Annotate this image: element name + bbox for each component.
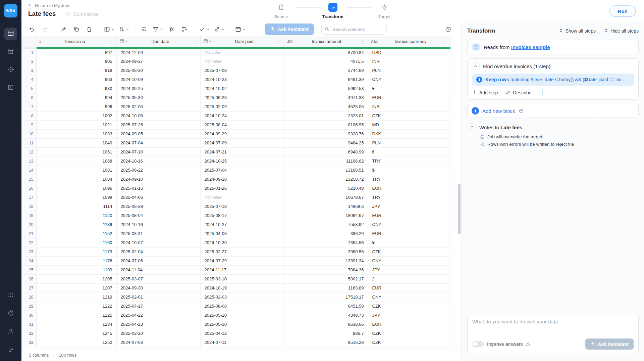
table-cell[interactable]: 1099 [36,193,116,202]
table-cell[interactable]: 2025-07-04 [200,166,284,175]
table-cell[interactable]: 2025-04-08 [200,229,284,238]
table-cell[interactable]: 18094.67 [284,211,368,220]
table-row[interactable]: 810022024-10-052024-10-242323.01CZK [21,111,450,120]
ask-assistant-submit-button[interactable]: Ask Assistant [585,339,634,350]
table-cell[interactable]: ¥ [368,238,450,247]
table-cell[interactable]: $ [368,166,450,175]
table-cell[interactable]: 2025-02-09 [200,102,284,111]
table-cell[interactable]: 2025-05-30 [116,93,200,102]
table-cell[interactable]: 2024-10-24 [200,111,284,120]
table-cell[interactable]: EUR [368,320,450,329]
table-cell[interactable]: 14969.6 [284,202,368,211]
table-cell[interactable]: 2025-07-08 [200,66,284,75]
table-cell[interactable]: 2025-04-22 [116,311,200,320]
add-new-block-button[interactable]: Add new block [467,104,639,118]
table-cell[interactable]: 4071.5 [284,57,368,66]
table-cell[interactable]: 2024-09-29 [200,129,284,138]
edit-button[interactable] [58,24,69,35]
table-row[interactable]: 2511992024-11-042024-11-177084.36JPY [21,265,450,274]
table-cell[interactable]: 1176 [36,256,116,265]
table-cell[interactable]: 2024-10-30 [200,238,284,247]
assistant-prompt-input[interactable] [472,319,634,333]
column-header-invoice-no[interactable]: # Invoice no ⋮ [36,36,116,48]
table-row[interactable]: 49632024-10-092024-10-239461.39CNY [21,75,450,84]
return-to-jobs-link[interactable]: Return to My Jobs [28,3,99,8]
table-cell[interactable]: 2024-07-03 [116,338,200,347]
table-cell[interactable]: MD [368,120,450,129]
table-row[interactable]: 3212452025-03-202025-04-12886.7CZK [21,329,450,338]
vertical-scrollbar[interactable] [458,184,461,234]
table-cell[interactable]: 2024-10-09 [116,75,200,84]
table-cell[interactable]: 1205 [36,274,116,283]
column-header-date-paid[interactable]: Date paid ⋮ [200,36,284,48]
table-cell[interactable]: 2024-10-07 [116,238,200,247]
table-cell[interactable]: 980 [36,84,116,93]
table-row[interactable]: 1110492024-07-042024-07-099484.25PLN [21,138,450,147]
sort-button[interactable] [117,24,131,35]
table-row[interactable]: 3312502024-07-032024-07-118516.28CZK [21,338,450,347]
help-icon[interactable] [519,108,524,114]
table-cell[interactable]: 1120 [36,211,116,220]
step-transform[interactable]: Transform [319,2,346,19]
table-cell[interactable]: 3980.55 [284,247,368,256]
table-cell[interactable]: 2024-07-29 [200,256,284,265]
reshape-button[interactable] [179,24,190,35]
table-cell[interactable]: CZK [368,111,450,120]
column-menu-button[interactable]: ⋮ [361,39,365,44]
table-cell[interactable]: 2024-12-09 [116,48,200,57]
formula-button[interactable]: fx [166,24,177,35]
table-cell[interactable]: 2025-06-29 [116,202,200,211]
table-cell[interactable]: 1002 [36,111,116,120]
table-cell[interactable]: 2025-03-31 [116,229,200,238]
undo-button[interactable] [26,24,38,35]
table-cell[interactable]: 886.7 [284,329,368,338]
table-row[interactable]: 2712072024-09-302024-10-191163.89EUR [21,283,450,292]
table-cell[interactable]: CNY [368,256,450,265]
table-cell[interactable]: 2024-10-02 [200,84,284,93]
table-cell[interactable]: 1081 [36,166,116,175]
table-cell[interactable]: 2323.01 [284,111,368,120]
join-button[interactable] [213,24,226,35]
table-cell[interactable]: 11196.62 [284,156,368,166]
table-cell[interactable]: 2025-08-17 [200,211,284,220]
table-cell[interactable]: USD [368,48,450,57]
column-menu-button[interactable]: ⋮ [193,39,198,44]
table-row[interactable]: 69942025-05-302025-06-234071.38EUR [21,93,450,102]
toolbar-help-button[interactable] [445,26,451,33]
table-cell[interactable]: 2024-07-21 [200,147,284,156]
table-cell[interactable]: 2024-09-25 [116,84,200,93]
column-menu-button[interactable]: ⋮ [277,39,281,44]
table-cell[interactable]: CZK [368,329,450,338]
table-cell[interactable]: 2024-10-19 [200,283,284,292]
table-cell[interactable]: 2024-10-05 [116,111,200,120]
table-cell[interactable]: 13258.72 [284,175,368,184]
table-cell[interactable]: 2024-09-27 [116,57,200,66]
table-cell[interactable]: 2025-08-08 [200,302,284,311]
table-cell[interactable]: No value [200,48,284,57]
table-cell[interactable]: 2024-07-04 [116,138,200,147]
table-cell[interactable]: EUR [368,184,450,193]
table-cell[interactable]: EUR [368,283,450,292]
table-row[interactable]: 1210612024-07-102024-07-216948.99€ [21,147,450,156]
table-cell[interactable]: PLN [368,66,450,75]
ask-assistant-button[interactable]: Ask Assistant [265,24,314,35]
table-cell[interactable]: 905 [36,57,116,66]
table-cell[interactable]: 1250 [36,338,116,347]
table-cell[interactable]: 1199 [36,265,116,274]
table-cell[interactable]: 1096 [36,184,116,193]
step-source[interactable]: Source [267,2,295,19]
column-menu-button[interactable]: ⋮ [109,39,114,44]
table-cell[interactable]: INR [368,57,450,66]
table-cell[interactable]: 5992.53 [284,84,368,93]
table-row[interactable]: 2211602024-10-072024-10-307354.56¥ [21,238,450,247]
column-header-due-date[interactable]: Due date ⋮ [116,36,200,48]
duplicate-button[interactable] [71,24,82,35]
table-cell[interactable]: CZK [368,338,450,347]
table-cell[interactable]: 2024-10-23 [200,75,284,84]
table-cell[interactable]: 2025-04-23 [116,320,200,329]
table-cell[interactable]: 1160 [36,238,116,247]
table-cell[interactable]: 2025-07-25 [116,120,200,129]
table-cell[interactable]: 4348.73 [284,311,368,320]
table-cell[interactable]: CZK [368,247,450,256]
table-cell[interactable]: 1084 [36,175,116,184]
